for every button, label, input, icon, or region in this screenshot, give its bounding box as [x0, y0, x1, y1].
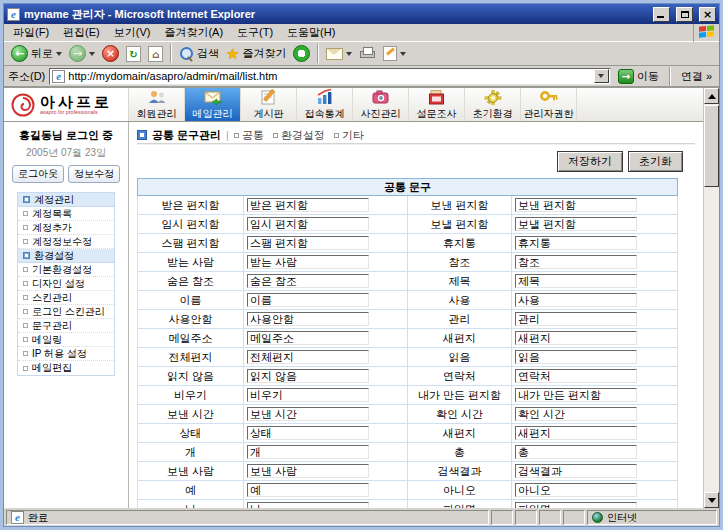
- nav-item-settings[interactable]: 초기환경: [465, 88, 521, 121]
- menu-item[interactable]: 도구(T): [230, 23, 280, 42]
- breadcrumb-tab-공통[interactable]: 공통: [234, 128, 264, 143]
- sidebar-item-문구관리[interactable]: 문구관리: [18, 319, 114, 333]
- print-button[interactable]: [356, 46, 379, 61]
- restore-button[interactable]: [676, 7, 693, 22]
- phrase-input[interactable]: [247, 426, 369, 440]
- sidebar-item-계정정보수정[interactable]: 계정정보수정: [18, 235, 114, 249]
- go-button[interactable]: → 이동: [615, 68, 662, 85]
- phrase-input[interactable]: [247, 255, 369, 269]
- sidebar-item-기본환경설정[interactable]: 기본환경설정: [18, 263, 114, 277]
- breadcrumb-tab-환경설정[interactable]: 환경설정: [273, 128, 325, 143]
- sidebar-section-환경설정[interactable]: 환경설정: [18, 249, 114, 263]
- phrase-input[interactable]: [515, 464, 637, 478]
- save-button[interactable]: 저장하기: [557, 151, 623, 172]
- sidebar-item-메일링[interactable]: 메일링: [18, 333, 114, 347]
- nav-item-survey[interactable]: 설문조사: [409, 88, 465, 121]
- phrase-input[interactable]: [515, 426, 637, 440]
- history-button[interactable]: [290, 44, 313, 63]
- photo-icon: [370, 88, 392, 107]
- sidebar-section-계정관리[interactable]: 계정관리: [18, 193, 114, 207]
- stop-button[interactable]: ×: [99, 44, 122, 63]
- phrase-field-cell: [512, 386, 678, 405]
- forward-dropdown-icon[interactable]: [89, 52, 95, 56]
- sidebar-item-스킨관리[interactable]: 스킨관리: [18, 291, 114, 305]
- sidebar-item-메일편집[interactable]: 메일편집: [18, 361, 114, 375]
- phrase-input[interactable]: [247, 217, 369, 231]
- scroll-thumb[interactable]: [704, 105, 719, 187]
- forward-icon: →: [69, 45, 86, 62]
- phrase-input[interactable]: [515, 369, 637, 383]
- phrase-input[interactable]: [247, 236, 369, 250]
- phrase-input[interactable]: [515, 236, 637, 250]
- phrase-input[interactable]: [247, 350, 369, 364]
- mail-button[interactable]: [323, 47, 355, 61]
- back-button[interactable]: ← 뒤로: [8, 44, 65, 63]
- vertical-scrollbar[interactable]: [703, 88, 719, 508]
- reset-button[interactable]: 초기화: [628, 151, 683, 172]
- phrase-input[interactable]: [515, 483, 637, 497]
- nav-item-stats[interactable]: 접속통계: [297, 88, 353, 121]
- minimize-button[interactable]: [653, 7, 670, 22]
- close-button[interactable]: ×: [699, 7, 716, 22]
- phrase-input[interactable]: [247, 502, 369, 508]
- phrase-input[interactable]: [247, 293, 369, 307]
- phrase-input[interactable]: [247, 369, 369, 383]
- phrase-input[interactable]: [515, 198, 637, 212]
- menu-item[interactable]: 도움말(H): [280, 23, 342, 42]
- phrase-input[interactable]: [515, 312, 637, 326]
- phrase-input[interactable]: [247, 464, 369, 478]
- phrase-input[interactable]: [247, 331, 369, 345]
- menu-item[interactable]: 파일(F): [6, 23, 56, 42]
- phrase-input[interactable]: [515, 388, 637, 402]
- brand-logo[interactable]: 아사프로 asapro for professionals: [4, 88, 129, 121]
- search-button[interactable]: 검색: [176, 45, 222, 62]
- nav-item-admin[interactable]: 관리자권한: [521, 88, 577, 121]
- links-button[interactable]: 연결 »: [678, 68, 715, 85]
- breadcrumb-tab-기타[interactable]: 기타: [334, 128, 364, 143]
- address-dropdown-button[interactable]: [594, 69, 609, 83]
- forward-button[interactable]: →: [66, 44, 98, 63]
- nav-item-members[interactable]: 회원관리: [129, 88, 185, 121]
- phrase-input[interactable]: [247, 312, 369, 326]
- sidebar-item-계정목록[interactable]: 계정목록: [18, 207, 114, 221]
- app-body: 홍길동님 로그인 중 2005년 07월 23일 로그아웃 정보수정 계정관리계…: [4, 122, 703, 508]
- nav-item-mail-manage[interactable]: 메일관리: [185, 88, 241, 121]
- menu-item[interactable]: 즐겨찾기(A): [157, 23, 230, 42]
- edit-button[interactable]: [380, 45, 409, 62]
- sidebar-item-로그인 스킨관리[interactable]: 로그인 스킨관리: [18, 305, 114, 319]
- phrase-input[interactable]: [515, 445, 637, 459]
- back-dropdown-icon[interactable]: [56, 52, 62, 56]
- phrase-input[interactable]: [515, 502, 637, 508]
- scroll-up-button[interactable]: [704, 88, 719, 104]
- phrase-input[interactable]: [247, 198, 369, 212]
- phrase-input[interactable]: [515, 407, 637, 421]
- address-input[interactable]: [68, 69, 591, 83]
- sidebar-item-계정추가[interactable]: 계정추가: [18, 221, 114, 235]
- nav-item-photo[interactable]: 사진관리: [353, 88, 409, 121]
- phrase-input[interactable]: [515, 217, 637, 231]
- phrase-input[interactable]: [515, 331, 637, 345]
- phrase-input[interactable]: [515, 255, 637, 269]
- favorites-button[interactable]: ★ 즐겨찾기: [223, 45, 289, 62]
- phrase-input[interactable]: [515, 293, 637, 307]
- menu-item[interactable]: 보기(V): [107, 23, 158, 42]
- scroll-down-button[interactable]: [704, 492, 719, 508]
- stats-icon: [314, 88, 336, 107]
- mail-dropdown-icon[interactable]: [346, 52, 352, 56]
- phrase-input[interactable]: [515, 350, 637, 364]
- edit-info-button[interactable]: 정보수정: [68, 165, 120, 183]
- logout-button[interactable]: 로그아웃: [12, 165, 64, 183]
- phrase-input[interactable]: [515, 274, 637, 288]
- nav-item-board[interactable]: 게시판: [241, 88, 297, 121]
- phrase-input[interactable]: [247, 445, 369, 459]
- menu-item[interactable]: 편집(E): [56, 23, 107, 42]
- phrase-input[interactable]: [247, 483, 369, 497]
- sidebar-item-IP 허용 설정[interactable]: IP 허용 설정: [18, 347, 114, 361]
- home-button[interactable]: ⌂: [145, 45, 166, 63]
- refresh-button[interactable]: ↻: [123, 45, 144, 63]
- phrase-input[interactable]: [247, 274, 369, 288]
- sidebar-item-디자인 설정[interactable]: 디자인 설정: [18, 277, 114, 291]
- edit-dropdown-icon[interactable]: [400, 52, 406, 56]
- phrase-input[interactable]: [247, 388, 369, 402]
- phrase-input[interactable]: [247, 407, 369, 421]
